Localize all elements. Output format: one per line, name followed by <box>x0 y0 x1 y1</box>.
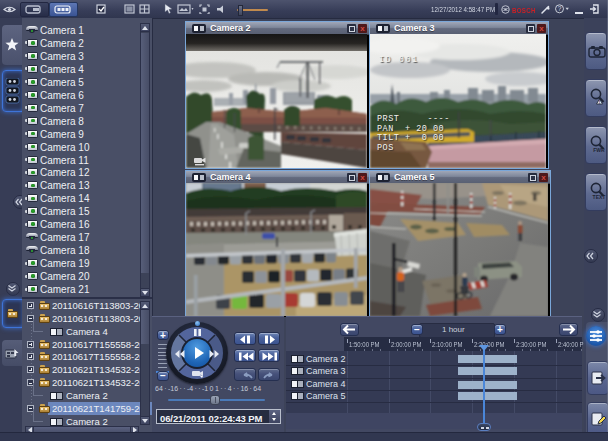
svg-text:PRST ----: PRST ---- <box>377 114 450 124</box>
svg-text:?: ? <box>558 5 562 12</box>
svg-text:FWR: FWR <box>593 147 605 153</box>
svg-text:POS: POS <box>377 143 394 153</box>
svg-text:TILT + 0 00: TILT + 0 00 <box>377 133 444 143</box>
svg-text:ID 001: ID 001 <box>379 55 419 65</box>
svg-text:TEXT: TEXT <box>593 194 606 200</box>
svg-text:PAN + 20 00: PAN + 20 00 <box>377 124 444 134</box>
